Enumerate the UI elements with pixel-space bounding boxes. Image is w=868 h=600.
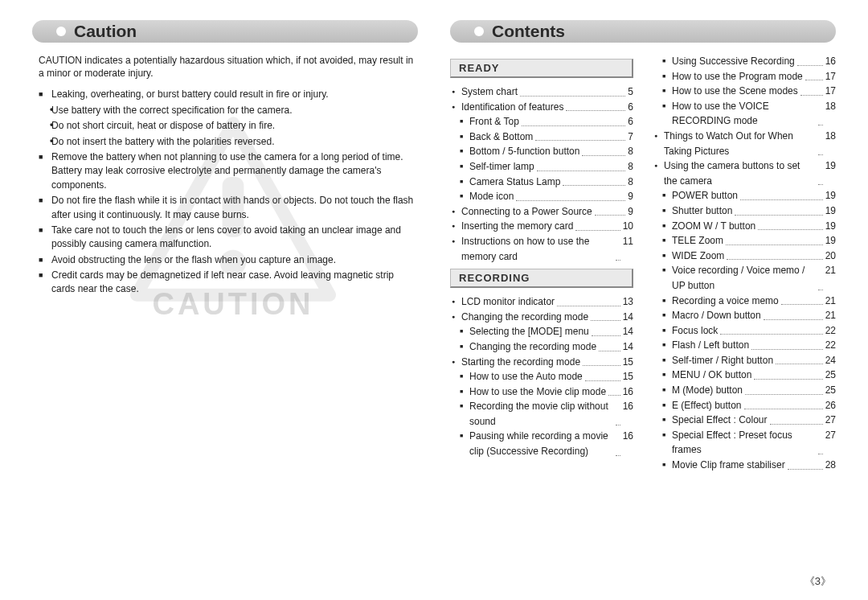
toc-item: Starting the recording mode15 — [450, 355, 633, 370]
toc-item: Shutter button19 — [661, 203, 836, 219]
toc-page: 10 — [623, 219, 633, 234]
toc-item: Focus lock22 — [661, 323, 836, 339]
toc-page: 25 — [825, 368, 836, 383]
toc-page: 20 — [825, 249, 836, 264]
toc-page: 16 — [623, 399, 633, 429]
toc-page: 21 — [825, 294, 836, 309]
toc-label: System chart — [461, 84, 518, 100]
toc-label: How to use the Auto mode — [469, 369, 583, 384]
toc-leader-dots — [608, 384, 620, 397]
toc-label: Changing the recording mode — [469, 339, 596, 355]
banner-bullet-icon — [56, 27, 66, 36]
banner-bullet-icon — [474, 27, 484, 36]
toc-leader-dots — [818, 99, 823, 125]
caution-item: Do not fire the flash while it is in con… — [39, 194, 418, 222]
toc-item: How to use the Program mode17 — [661, 69, 836, 84]
toc-label: ZOOM W / T button — [672, 219, 755, 234]
toc-leader-dots — [563, 175, 625, 187]
toc-item: Inserting the memory card10 — [450, 219, 633, 234]
toc-item: Self-timer lamp8 — [458, 159, 633, 175]
toc-leader-dots — [770, 413, 823, 425]
toc-page: 27 — [825, 428, 836, 458]
toc-page: 26 — [825, 398, 836, 413]
toc-label: Special Effect : Preset focus frames — [672, 428, 816, 458]
toc-label: Camera Status Lamp — [469, 175, 560, 190]
toc-page: 11 — [623, 234, 633, 264]
toc-label: Macro / Down button — [672, 308, 761, 323]
toc-label: Connecting to a Power Source — [461, 204, 592, 220]
toc-leader-dots — [758, 219, 822, 231]
toc-leader-dots — [818, 129, 823, 155]
toc-page: 5 — [628, 84, 633, 100]
toc-item: Special Effect : Colour27 — [661, 413, 836, 428]
toc-page: 17 — [825, 84, 836, 99]
toc-leader-dots — [727, 249, 822, 261]
toc-page: 14 — [623, 339, 633, 355]
toc-leader-dots — [751, 338, 823, 350]
toc-label: Using the camera buttons to set the came… — [664, 158, 816, 188]
toc-page: 22 — [825, 338, 836, 353]
toc-label: Starting the recording mode — [461, 355, 580, 370]
toc-leader-dots — [595, 204, 626, 216]
toc-page: 8 — [628, 175, 633, 190]
toc-item: Bottom / 5-function button8 — [458, 144, 633, 159]
toc-section-header: READY — [450, 59, 633, 78]
toc-page: 19 — [825, 233, 836, 249]
toc-page: 8 — [628, 144, 633, 159]
toc-item: How to use the VOICE RECORDING mode18 — [661, 99, 836, 129]
toc-item: Using the camera buttons to set the came… — [653, 158, 836, 188]
toc-leader-dots — [788, 458, 823, 470]
toc-leader-dots — [616, 399, 620, 425]
toc-page: 14 — [623, 324, 633, 339]
toc-label: MENU / OK button — [672, 368, 751, 383]
toc-item: TELE Zoom19 — [661, 233, 836, 249]
toc-item: LCD monitor indicator13 — [450, 294, 633, 310]
toc-item: Self-timer / Right button24 — [661, 353, 836, 368]
toc-leader-dots — [754, 368, 822, 380]
toc-page: 16 — [623, 384, 633, 400]
toc-label: LCD monitor indicator — [461, 294, 555, 310]
toc-leader-dots — [537, 159, 626, 171]
contents-title: Contents — [492, 22, 565, 41]
toc-label: How to use the VOICE RECORDING mode — [672, 99, 816, 129]
page-number: 《3》 — [805, 574, 831, 589]
caution-item: Leaking, overheating, or burst battery c… — [39, 88, 418, 101]
caution-item: Do not insert the battery with the polar… — [39, 135, 418, 149]
toc-item: Mode icon9 — [458, 189, 633, 204]
caution-item: Use battery with the correct specificati… — [39, 104, 418, 117]
toc-page: 8 — [628, 159, 633, 175]
toc-page: 19 — [825, 219, 836, 234]
toc-leader-dots — [776, 353, 823, 365]
caution-list: Leaking, overheating, or burst battery c… — [39, 88, 418, 296]
toc-page: 13 — [623, 294, 633, 310]
toc-label: Using Successive Recording — [672, 54, 795, 69]
toc-list: System chart5Identification of features6… — [450, 84, 633, 264]
toc-page: 7 — [628, 129, 633, 145]
toc-page: 19 — [825, 158, 836, 188]
toc-item: Front & Top6 — [458, 114, 633, 129]
toc-leader-dots — [591, 310, 620, 322]
toc-item: How to use the Auto mode15 — [458, 369, 633, 384]
toc-item: Instructions on how to use the memory ca… — [450, 234, 633, 264]
toc-page: 9 — [628, 204, 633, 220]
toc-label: Flash / Left button — [672, 338, 749, 353]
toc-label: TELE Zoom — [672, 233, 723, 249]
toc-item: E (Effect) button26 — [661, 398, 836, 413]
toc-label: Front & Top — [469, 114, 519, 129]
caution-item: Remove the battery when not planning to … — [39, 150, 418, 192]
toc-label: Recording the movie clip without sound — [469, 399, 613, 429]
toc-leader-dots — [818, 428, 823, 454]
toc-leader-dots — [781, 294, 823, 306]
toc-page: 16 — [623, 429, 633, 458]
toc-label: Movie Clip frame stabiliser — [672, 458, 785, 473]
toc-leader-dots — [535, 129, 625, 142]
toc-label: Inserting the memory card — [461, 219, 573, 234]
toc-page: 15 — [623, 355, 633, 370]
toc-page: 22 — [825, 323, 836, 339]
toc-label: Back & Bottom — [469, 129, 533, 145]
toc-page: 18 — [825, 99, 836, 129]
toc-right-column: Using Successive Recording16How to use t… — [653, 54, 836, 473]
toc-page: 19 — [825, 203, 836, 219]
toc-page: 9 — [628, 189, 633, 204]
toc-leader-dots — [582, 144, 625, 156]
